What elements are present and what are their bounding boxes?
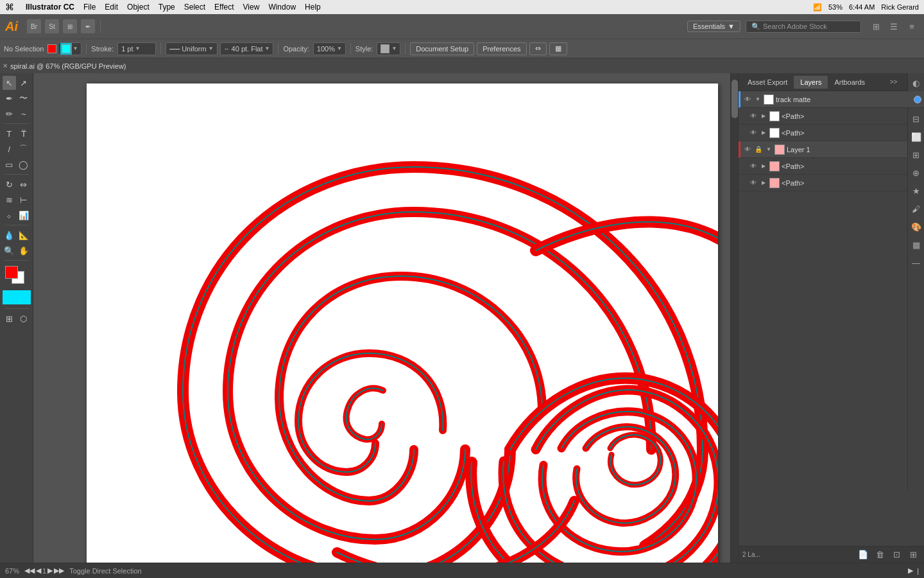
chart-tool-button[interactable]: 📊 xyxy=(17,208,31,222)
vscroll-thumb[interactable] xyxy=(732,80,738,118)
visibility-toggle-trackmatte[interactable]: 👁 xyxy=(743,95,752,104)
eyedropper-button[interactable]: 💧 xyxy=(3,228,17,242)
menu-file[interactable]: File xyxy=(83,3,96,12)
curvature-tool-button[interactable]: 〜 xyxy=(17,91,31,105)
active-color-swatch[interactable] xyxy=(3,290,31,304)
rotate-tool-button[interactable]: ↻ xyxy=(3,177,17,191)
direct-selection-button[interactable]: ↗ xyxy=(17,76,31,90)
panel-icon-3[interactable]: ≡ xyxy=(905,19,919,33)
stock-icon[interactable]: St xyxy=(45,19,59,33)
stroke-icon-panel[interactable]: — xyxy=(909,256,923,270)
panel-icon-2[interactable]: ☰ xyxy=(887,19,901,33)
warp-tool-button[interactable]: ≋ xyxy=(3,193,17,207)
arc-tool-button[interactable]: ⌒ xyxy=(17,142,31,156)
panel-icon-1[interactable]: ⊞ xyxy=(869,19,883,33)
layer-row[interactable]: 👁 ▶ <Path> xyxy=(739,108,924,125)
transform-icon[interactable]: ⬜ xyxy=(909,130,923,144)
visibility-toggle-path4[interactable]: 👁 xyxy=(749,179,758,188)
apple-menu[interactable]: ⌘ xyxy=(5,2,14,12)
type-tool-button[interactable]: T xyxy=(3,127,17,141)
measure-button[interactable]: 📐 xyxy=(17,228,31,242)
prev-page-button[interactable]: ◀◀ xyxy=(24,566,35,575)
menu-help[interactable]: Help xyxy=(305,3,321,12)
ellipse-tool-button[interactable]: ◯ xyxy=(17,157,31,171)
stroke-value-control[interactable]: 1 pt ▼ xyxy=(117,42,156,55)
layers-expand-button[interactable]: >> xyxy=(890,78,898,85)
new-layer-button[interactable]: 📄 xyxy=(856,548,870,562)
expand-arrow-path3[interactable]: ▶ xyxy=(760,162,767,170)
pen-tool-button[interactable]: ✒ xyxy=(3,91,17,105)
menu-effect[interactable]: Effect xyxy=(214,3,234,12)
fill-control[interactable]: ▼ xyxy=(58,42,81,55)
layer-row[interactable]: 👁 ▶ <Path> xyxy=(739,175,924,191)
visibility-toggle-layer1[interactable]: 👁 xyxy=(743,145,752,154)
rect-tool-button[interactable]: ▭ xyxy=(3,157,17,171)
layer-row[interactable]: 👁 ▼ track matte xyxy=(739,91,924,108)
make-mask-button[interactable]: ⊡ xyxy=(889,548,903,562)
transform-button[interactable]: ⇔ xyxy=(529,42,547,55)
flat-value-control[interactable]: ↔ 40 pt. Flat ▼ xyxy=(220,42,274,55)
pen-icon[interactable]: ✒ xyxy=(81,19,95,33)
expand-arrow-path2[interactable]: ▶ xyxy=(760,129,767,137)
visibility-toggle-path2[interactable]: 👁 xyxy=(749,128,758,137)
pathfinder-icon[interactable]: ⊕ xyxy=(909,166,923,180)
menu-view[interactable]: View xyxy=(243,3,260,12)
menu-window[interactable]: Window xyxy=(268,3,296,12)
style-control[interactable]: ▼ xyxy=(377,42,400,55)
smooth-tool-button[interactable]: ~ xyxy=(17,107,31,121)
expand-arrow-trackmatte[interactable]: ▼ xyxy=(754,96,762,103)
selection-tool-button[interactable]: ↖ xyxy=(3,76,17,90)
properties-icon[interactable]: ⊟ xyxy=(909,112,923,126)
symbols-icon[interactable]: ★ xyxy=(909,184,923,198)
collect-button[interactable]: ⊞ xyxy=(906,548,920,562)
color-icon[interactable]: ◐ xyxy=(909,76,923,90)
layer-row[interactable]: 👁 ▶ <Path> xyxy=(739,158,924,175)
stroke-color-swatch[interactable] xyxy=(62,44,71,53)
touch-type-button[interactable]: T̈ xyxy=(17,127,31,141)
line-tool-button[interactable]: / xyxy=(3,142,17,156)
document-setup-button[interactable]: Document Setup xyxy=(410,42,474,55)
symbol-button[interactable]: ⬡ xyxy=(17,311,31,326)
play-button[interactable]: ▶ xyxy=(908,566,913,575)
menu-illustrator[interactable]: Illustrator CC xyxy=(26,3,74,12)
artboards-tab[interactable]: Artboards xyxy=(828,76,871,89)
search-stock-input[interactable]: 🔍 Search Adobe Stock xyxy=(746,21,861,33)
shape-builder-button[interactable]: ⬦ xyxy=(3,208,17,222)
align-icon-panel[interactable]: ⊞ xyxy=(909,148,923,162)
delete-layer-button[interactable]: 🗑 xyxy=(873,548,887,562)
gradient-icon[interactable]: ▦ xyxy=(909,238,923,252)
artboard-tool-button[interactable]: ⊞ xyxy=(3,311,17,326)
menu-type[interactable]: Type xyxy=(158,3,175,12)
expand-arrow-path1[interactable]: ▶ xyxy=(760,112,767,120)
swatches-icon[interactable]: 🎨 xyxy=(909,220,923,234)
layer-row[interactable]: 👁 🔒 ▼ Layer 1 xyxy=(739,141,924,158)
next-page-button[interactable]: ▶▶ xyxy=(54,566,64,575)
zoom-button[interactable]: 🔍 xyxy=(3,243,17,258)
visibility-toggle-path3[interactable]: 👁 xyxy=(749,162,758,171)
expand-arrow-layer1[interactable]: ▼ xyxy=(765,146,773,153)
vertical-scrollbar[interactable] xyxy=(730,73,738,563)
stroke-type-control[interactable]: — Uniform ▼ xyxy=(166,42,217,55)
menu-select[interactable]: Select xyxy=(184,3,205,12)
fill-swatch[interactable] xyxy=(5,266,18,279)
asset-export-tab[interactable]: Asset Export xyxy=(741,76,794,89)
layer-row[interactable]: 👁 ▶ <Path> xyxy=(739,125,924,141)
width-tool-button[interactable]: ⊢ xyxy=(17,193,31,207)
opacity-control[interactable]: 100% ▼ xyxy=(313,42,346,55)
brushes-icon[interactable]: 🖌 xyxy=(909,202,923,216)
hand-button[interactable]: ✋ xyxy=(17,243,31,258)
lock-icon-layer1[interactable]: 🔒 xyxy=(754,145,763,154)
align-button[interactable]: ▦ xyxy=(549,42,567,55)
reflect-tool-button[interactable]: ⇔ xyxy=(17,177,31,191)
prev-button[interactable]: ◀ xyxy=(36,566,41,575)
fill-color-swatch[interactable] xyxy=(47,44,56,53)
layers-tab[interactable]: Layers xyxy=(794,76,828,89)
menu-object[interactable]: Object xyxy=(127,3,150,12)
visibility-toggle-path1[interactable]: 👁 xyxy=(749,112,758,121)
pencil-tool-button[interactable]: ✏ xyxy=(3,107,17,121)
essentials-button[interactable]: Essentials ▼ xyxy=(687,21,740,32)
bridge-icon[interactable]: Br xyxy=(27,19,41,33)
expand-arrow-path4[interactable]: ▶ xyxy=(760,179,767,187)
tab-close-button[interactable]: ✕ xyxy=(3,62,8,69)
preferences-button[interactable]: Preferences xyxy=(477,42,526,55)
